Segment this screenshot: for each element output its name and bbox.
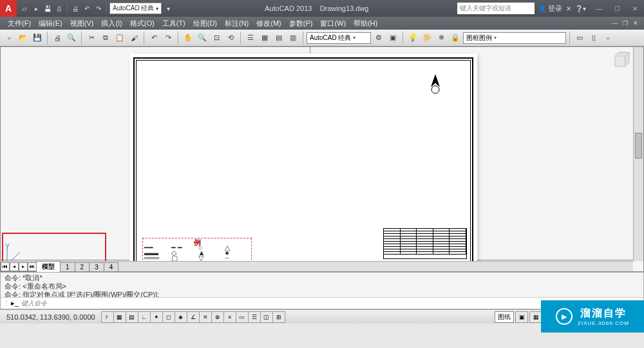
- plot-icon[interactable]: 🖨: [70, 3, 80, 14]
- menu-file[interactable]: 文件(F): [4, 17, 35, 30]
- scrollbar-horizontal[interactable]: [104, 261, 633, 271]
- help-icon[interactable]: ❔▾: [575, 5, 586, 12]
- doc-restore-button[interactable]: ❐: [621, 19, 630, 28]
- tb-zoomwin-icon[interactable]: ⊡: [210, 32, 223, 44]
- sb-quickview-icon[interactable]: ▣: [515, 311, 528, 323]
- menu-modify[interactable]: 修改(M): [252, 17, 285, 30]
- tb-layer-state-icon[interactable]: ▭: [573, 32, 586, 44]
- workspace-dd2[interactable]: AutoCAD 经典: [307, 32, 371, 44]
- sb-dyn-icon[interactable]: ⊕: [211, 311, 224, 323]
- tb-layer-frz-icon[interactable]: ❄: [435, 32, 448, 44]
- drawing-area[interactable]: 例 ━━━ ━○△ ▬▬◇▲● ═══▢▽⎓ ┅┅■▬⊕ ━━◆↯⊗: [0, 46, 644, 272]
- sb-quickview2-icon[interactable]: ▦: [529, 311, 542, 323]
- sb-qp-icon[interactable]: ☰: [248, 311, 261, 323]
- tab-layout-2[interactable]: 2: [75, 262, 90, 271]
- sb-osnap-icon[interactable]: ◻: [162, 311, 175, 323]
- tb-layer-off-icon[interactable]: 🔆: [421, 32, 433, 44]
- menu-param[interactable]: 参数(P): [285, 17, 317, 30]
- tb-ws-gear-icon[interactable]: ⚙: [372, 32, 385, 44]
- save-icon[interactable]: 💾: [43, 3, 53, 14]
- tab-model[interactable]: 模型: [36, 261, 61, 272]
- scrollbar-vertical[interactable]: [633, 47, 643, 261]
- new-icon[interactable]: ▱: [19, 3, 30, 14]
- tb-zoom-icon[interactable]: 🔍: [196, 32, 209, 44]
- tab-layout-3[interactable]: 3: [89, 262, 104, 271]
- cmd-grip-icon[interactable]: ⋮⋮: [3, 300, 11, 307]
- paper-model-toggle[interactable]: 图纸: [495, 311, 514, 323]
- sb-snap-icon[interactable]: ▦: [113, 311, 126, 323]
- saveas-icon[interactable]: ⎙: [54, 3, 64, 14]
- tab-nav-last[interactable]: ⏭: [28, 262, 37, 271]
- menu-format[interactable]: 格式(O): [126, 17, 158, 30]
- sb-grid-icon[interactable]: ▤: [126, 311, 138, 323]
- app-logo[interactable]: A: [0, 0, 17, 17]
- sb-infer-icon[interactable]: ⊦: [101, 311, 114, 323]
- tab-nav-first[interactable]: ⏮: [1, 262, 10, 271]
- tab-layout-1[interactable]: 1: [60, 262, 75, 271]
- tb-new-icon[interactable]: ▫: [3, 32, 15, 44]
- tab-nav-prev[interactable]: ◂: [10, 262, 19, 271]
- tb-layer-prev-icon[interactable]: ▯: [587, 32, 600, 44]
- redo-icon[interactable]: ↷: [93, 3, 104, 14]
- close-button[interactable]: ✕: [626, 3, 644, 14]
- tb-ws-save-icon[interactable]: ▣: [386, 32, 399, 44]
- menu-insert[interactable]: 插入(I): [97, 17, 126, 30]
- search-input[interactable]: 键入关键字或短语: [457, 3, 535, 14]
- qat-more-icon[interactable]: ▾: [163, 3, 173, 14]
- tb-undo-icon[interactable]: ↶: [147, 32, 160, 44]
- command-prompt-text: 键入命令: [19, 299, 50, 308]
- layer-dropdown[interactable]: 图框图例: [463, 32, 566, 44]
- tb-props-icon[interactable]: ☰: [244, 32, 257, 44]
- tb-layer-iso-icon[interactable]: 💡: [406, 32, 419, 44]
- window-title: AutoCAD 2013 Drawing13.dwg: [176, 5, 457, 12]
- tb-paste-icon[interactable]: 📋: [113, 32, 126, 44]
- menu-view[interactable]: 视图(V): [66, 17, 98, 30]
- menu-tools[interactable]: 工具(T): [158, 17, 189, 30]
- menu-window[interactable]: 窗口(W): [316, 17, 350, 30]
- tb-dc-icon[interactable]: ▦: [258, 32, 271, 44]
- tb-open-icon[interactable]: 📂: [17, 32, 30, 44]
- minimize-button[interactable]: —: [590, 3, 608, 14]
- tb-tp-icon[interactable]: ▤: [272, 32, 285, 44]
- sb-lwt-icon[interactable]: ≡: [223, 311, 236, 323]
- view-cube[interactable]: [609, 50, 632, 73]
- sb-3dosnap-icon[interactable]: ◈: [175, 311, 187, 323]
- tb-plot-icon[interactable]: 🖨: [51, 32, 64, 44]
- sb-am-icon[interactable]: ⊞: [272, 311, 285, 323]
- sb-otrack-icon[interactable]: ∠: [187, 311, 200, 323]
- doc-minimize-button[interactable]: —: [611, 19, 620, 28]
- tb-layer-lock-icon[interactable]: 🔒: [449, 32, 462, 44]
- tb-pan-icon[interactable]: ✋: [182, 32, 194, 44]
- tb-layer-walk-icon[interactable]: ▫: [601, 32, 614, 44]
- sb-tpy-icon[interactable]: ▭: [236, 311, 249, 323]
- login-button[interactable]: 👤 登录: [538, 4, 562, 14]
- paper-sheet: 例 ━━━ ━○△ ▬▬◇▲● ═══▢▽⎓ ┅┅■▬⊕ ━━◆↯⊗: [129, 53, 477, 271]
- menu-edit[interactable]: 编辑(E): [35, 17, 66, 30]
- tb-save-icon[interactable]: 💾: [31, 32, 44, 44]
- menu-help[interactable]: 帮助(H): [350, 17, 381, 30]
- exchange-icon[interactable]: ✕: [566, 5, 571, 12]
- menu-dim[interactable]: 标注(N): [221, 17, 252, 30]
- workspace-dropdown[interactable]: AutoCAD 经典: [109, 3, 162, 14]
- tb-ssm-icon[interactable]: ▥: [287, 32, 299, 44]
- open-icon[interactable]: ▸: [31, 3, 41, 14]
- coordinates-readout[interactable]: 510.0342, 113.6390, 0.0000: [3, 313, 99, 321]
- tb-cut-icon[interactable]: ✂: [85, 32, 98, 44]
- tb-zoomprev-icon[interactable]: ⟲: [224, 32, 237, 44]
- sb-ortho-icon[interactable]: ∟: [138, 311, 151, 323]
- sb-polar-icon[interactable]: ✦: [150, 311, 163, 323]
- watermark-overlay: ▶ 溜溜自学 ZIXUE.3D66.COM: [541, 300, 644, 333]
- sb-ducs-icon[interactable]: ⤧: [199, 311, 212, 323]
- sb-sc-icon[interactable]: ◫: [260, 311, 273, 323]
- maximize-button[interactable]: ☐: [608, 3, 626, 14]
- tb-preview-icon[interactable]: 🔍: [65, 32, 78, 44]
- undo-icon[interactable]: ↶: [82, 3, 92, 14]
- tb-redo-icon[interactable]: ↷: [162, 32, 175, 44]
- tb-copy-icon[interactable]: ⧉: [99, 32, 112, 44]
- tab-layout-4[interactable]: 4: [104, 262, 119, 271]
- quick-access-toolbar: ▱ ▸ 💾 ⎙ 🖨 ↶ ↷ AutoCAD 经典 ▾: [17, 3, 176, 14]
- menu-draw[interactable]: 绘图(D): [189, 17, 221, 30]
- tab-nav-next[interactable]: ▸: [19, 262, 28, 271]
- doc-close-button[interactable]: ✕: [631, 19, 640, 28]
- tb-match-icon[interactable]: 🖌: [128, 32, 140, 44]
